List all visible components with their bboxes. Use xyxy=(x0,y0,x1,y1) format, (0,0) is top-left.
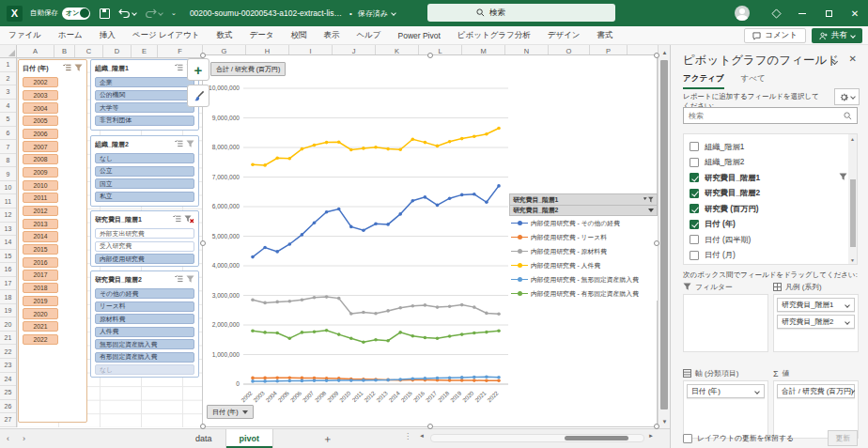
multi-select-icon[interactable] xyxy=(173,215,181,224)
clear-filter-icon[interactable] xyxy=(74,64,83,74)
slicer-item-2020[interactable]: 2020 xyxy=(23,308,58,318)
ribbon-tab-校閲[interactable]: 校閲 xyxy=(282,26,315,44)
add-sheet-button[interactable]: ＋ xyxy=(322,432,333,446)
slicer-item-企業[interactable]: 企業 xyxy=(95,77,194,87)
ribbon-tab-挿入[interactable]: 挿入 xyxy=(91,26,124,44)
row-header-10[interactable]: 10 xyxy=(0,181,16,195)
slicer-item-2016[interactable]: 2016 xyxy=(23,257,58,268)
row-header-18[interactable]: 18 xyxy=(0,290,16,304)
vertical-scroll-thumb[interactable] xyxy=(660,60,668,409)
update-button[interactable]: 更新 xyxy=(828,430,858,446)
area-box-filters[interactable] xyxy=(683,294,768,352)
slicer-item-2007[interactable]: 2007 xyxy=(23,141,58,151)
slicer-item-2002[interactable]: 2002 xyxy=(23,77,58,87)
area-pill-研究費目_階層1[interactable]: 研究費目_階層1 xyxy=(777,298,855,312)
chart-resize-handle[interactable] xyxy=(654,53,659,58)
row-header-26[interactable]: 26 xyxy=(0,400,16,414)
slicer-item-外部支出研究費[interactable]: 外部支出研究費 xyxy=(95,228,194,239)
ribbon-tab-データ[interactable]: データ xyxy=(240,26,282,44)
slicer-item-2019[interactable]: 2019 xyxy=(23,296,58,306)
slicer-item-2012[interactable]: 2012 xyxy=(23,206,58,216)
tab-scrollbar-splitter[interactable]: ⋮ xyxy=(404,432,411,440)
slicer-item-大学等[interactable]: 大学等 xyxy=(95,102,194,113)
ribbon-tab-ページ レイアウト[interactable]: ページ レイアウト xyxy=(124,26,209,44)
defer-layout-checkbox[interactable] xyxy=(683,434,692,443)
row-header-1[interactable]: 1 xyxy=(0,58,16,72)
row-header-3[interactable]: 3 xyxy=(0,85,16,100)
legend-entry[interactable]: 内部使用研究費 - その他の経費 xyxy=(509,216,658,230)
excel-logo-icon[interactable] xyxy=(7,6,23,22)
chart-resize-handle[interactable] xyxy=(200,424,206,429)
share-button[interactable]: 共有 xyxy=(812,28,862,43)
row-header-24[interactable]: 24 xyxy=(0,373,16,387)
close-icon[interactable]: ✕ xyxy=(842,0,868,26)
ribbon-tab-デザイン[interactable]: デザイン xyxy=(539,26,589,44)
field-item-研究費目_階層2[interactable]: 研究費目_階層2 xyxy=(690,186,857,202)
slicer-item-2006[interactable]: 2006 xyxy=(23,129,58,139)
field-item-日付 (月)[interactable]: 日付 (月) xyxy=(690,248,857,264)
chart-resize-handle[interactable] xyxy=(427,424,433,429)
row-header-25[interactable]: 25 xyxy=(0,386,16,400)
slicer-item-2022[interactable]: 2022 xyxy=(23,334,58,345)
row-header-27[interactable]: 27 xyxy=(0,413,16,427)
row-header-11[interactable]: 11 xyxy=(0,194,16,209)
account-avatar[interactable] xyxy=(735,6,750,21)
field-checkbox[interactable] xyxy=(690,220,699,229)
restore-icon[interactable] xyxy=(815,0,842,26)
legend-entry[interactable]: 内部使用研究費 - 無形固定資産購入費 xyxy=(509,272,658,286)
legend-field-button-1[interactable]: 研究費目_階層1 xyxy=(509,193,658,205)
column-header-C[interactable]: C xyxy=(75,45,103,57)
legend-field-button-2[interactable]: 研究費目_階層2 xyxy=(509,205,658,216)
multi-select-icon[interactable] xyxy=(175,275,183,285)
slicer-item-2015[interactable]: 2015 xyxy=(23,244,58,255)
ribbon-tab-書式[interactable]: 書式 xyxy=(589,26,622,44)
field-item-研究費 (百万円)[interactable]: 研究費 (百万円) xyxy=(690,201,857,217)
pane-chevron-icon[interactable] xyxy=(832,56,837,66)
field-checkbox[interactable] xyxy=(690,142,699,151)
select-all-corner[interactable] xyxy=(0,45,17,58)
row-header-5[interactable]: 5 xyxy=(0,113,16,127)
coming-soon-icon[interactable] xyxy=(763,0,789,26)
clear-filter-icon[interactable] xyxy=(186,275,194,286)
field-checkbox[interactable] xyxy=(690,204,699,213)
chart-elements-button[interactable]: + xyxy=(187,58,209,81)
vertical-scrollbar[interactable]: ▲ ▼ xyxy=(658,45,670,428)
multi-select-icon[interactable] xyxy=(175,140,183,149)
area-pill-日付 (年)[interactable]: 日付 (年) xyxy=(687,384,765,398)
sheet-nav-right-icon[interactable]: › xyxy=(16,434,32,443)
row-header-23[interactable]: 23 xyxy=(0,359,16,373)
column-header-D[interactable]: D xyxy=(103,45,132,57)
multi-select-icon[interactable] xyxy=(175,64,183,73)
row-header-15[interactable]: 15 xyxy=(0,250,16,264)
comments-button[interactable]: コメント xyxy=(744,28,806,43)
slicer-item-なし[interactable]: なし xyxy=(95,153,194,163)
chart-resize-handle[interactable] xyxy=(654,240,659,246)
chart-value-field-button[interactable]: 合計 / 研究費 (百万円) xyxy=(210,62,286,76)
multi-select-icon[interactable] xyxy=(63,64,71,73)
row-header-2[interactable]: 2 xyxy=(0,72,16,86)
column-header-A[interactable]: A xyxy=(17,45,54,57)
row-header-12[interactable]: 12 xyxy=(0,209,16,223)
ribbon-tab-表示[interactable]: 表示 xyxy=(315,26,348,44)
field-item-日付 (四半期)[interactable]: 日付 (四半期) xyxy=(690,232,857,248)
field-checkbox[interactable] xyxy=(690,189,699,198)
sheet-nav-left-icon[interactable]: ‹ xyxy=(0,434,16,443)
ribbon-tab-ホーム[interactable]: ホーム xyxy=(50,26,91,44)
tools-button[interactable] xyxy=(834,88,860,105)
field-item-組織_階層1[interactable]: 組織_階層1 xyxy=(690,139,857,155)
field-item-研究費目_階層1[interactable]: 研究費目_階層1 xyxy=(690,170,857,186)
chart-resize-handle[interactable] xyxy=(654,424,659,429)
pivot-chart[interactable]: 01,000,0002,000,0003,000,0004,000,0005,0… xyxy=(202,54,658,427)
sheet-tab-data[interactable]: data xyxy=(182,429,225,448)
row-header-7[interactable]: 7 xyxy=(0,140,16,154)
slicer-item-2018[interactable]: 2018 xyxy=(23,283,58,293)
area-pill-研究費目_階層2[interactable]: 研究費目_階層2 xyxy=(777,315,855,329)
ribbon-tab-ヘルプ[interactable]: ヘルプ xyxy=(348,26,389,44)
sheet-tab-pivot[interactable]: pivot xyxy=(225,429,274,448)
row-header-19[interactable]: 19 xyxy=(0,304,16,318)
slicer-item-なし[interactable]: なし xyxy=(95,364,194,375)
save-status[interactable]: 保存済み xyxy=(358,8,395,19)
minimize-icon[interactable] xyxy=(789,0,815,26)
slicer-item-2003[interactable]: 2003 xyxy=(23,90,58,100)
row-header-4[interactable]: 4 xyxy=(0,100,16,114)
